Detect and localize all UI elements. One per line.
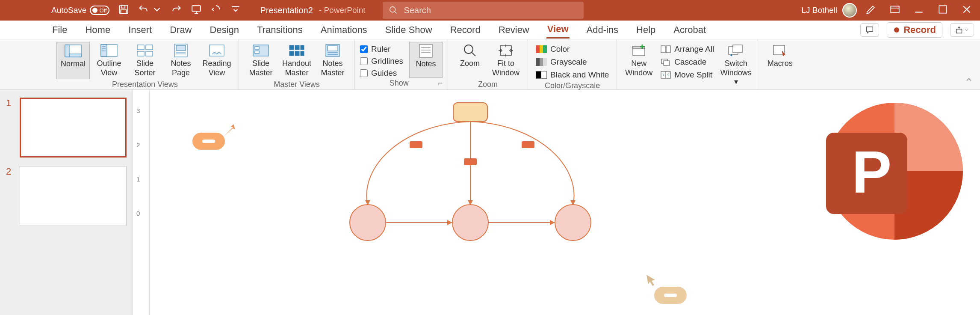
slide-thumbnails-panel: 1 2 [0,90,133,315]
zoom-button[interactable]: Zoom [453,42,487,79]
tab-transitions[interactable]: Transitions [256,22,304,38]
undo-icon[interactable] [138,4,149,17]
group-label-macros [763,78,797,89]
ruler-check-input[interactable] [360,45,368,53]
powerpoint-logo-icon: P [809,94,963,248]
thumbnail-2[interactable]: 2 [6,166,127,226]
ruler-checkbox[interactable]: Ruler [360,45,403,54]
undo-dropdown-icon[interactable] [151,4,162,17]
move-split-button[interactable]: Move Split [658,69,717,80]
thumbnail-preview[interactable] [20,166,127,226]
bw-button[interactable]: Black and White [533,69,611,80]
outline-view-button[interactable]: Outline View [92,42,126,79]
reading-view-button[interactable]: Reading View [200,42,233,79]
autosave-state: Off [99,7,106,14]
zoom-icon [461,44,478,57]
tab-slide-show[interactable]: Slide Show [384,22,433,38]
record-button[interactable]: Record [887,22,942,38]
tab-insert[interactable]: Insert [127,22,153,38]
arrange-all-button[interactable]: Arrange All [658,44,717,55]
group-presentation-views: Normal Outline View Slide Sorter Notes P… [51,39,239,89]
cascade-button[interactable]: Cascade [658,56,717,68]
group-label-presentation-views: Presentation Views [56,79,233,90]
qat-dropdown-icon[interactable] [230,4,241,17]
tab-record[interactable]: Record [449,22,481,38]
tab-addins[interactable]: Add-ins [586,22,620,38]
present-icon[interactable] [191,4,202,17]
notes-page-button[interactable]: Notes Page [164,42,198,79]
notes-master-button[interactable]: Notes Master [316,42,349,79]
maximize-icon[interactable] [937,4,948,17]
svg-point-51 [464,45,473,53]
switch-windows-icon [727,44,744,57]
move-split-label: Move Split [674,70,712,80]
gridlines-checkbox[interactable]: Gridlines [360,56,403,66]
avatar [842,3,857,18]
grayscale-button[interactable]: Grayscale [533,56,611,68]
svg-marker-81 [550,220,555,225]
normal-view-icon [65,44,82,58]
tab-view[interactable]: View [546,21,570,39]
tab-help[interactable]: Help [635,22,656,38]
tab-acrobat[interactable]: Acrobat [673,22,707,38]
ribbon-tabs: File Home Insert Draw Design Transitions… [0,21,980,39]
dialog-launcher-icon[interactable]: ⌐ [438,79,443,88]
close-icon[interactable] [961,4,972,17]
gridlines-check-input[interactable] [360,57,368,65]
slide-master-button[interactable]: Slide Master [244,42,277,79]
tab-home[interactable]: Home [84,22,111,38]
share-button[interactable] [950,23,974,37]
tab-draw[interactable]: Draw [169,22,192,38]
guides-checkbox[interactable]: Guides [360,68,403,78]
comment-icon [865,25,874,35]
svg-rect-73 [522,141,534,148]
search-box[interactable]: Search [383,2,584,19]
switch-windows-button[interactable]: Switch Windows ▾ [719,42,753,89]
collapse-ribbon-icon[interactable] [958,72,980,89]
handout-master-button[interactable]: Handout Master [280,42,313,79]
thumbnail-1[interactable]: 1 [6,98,127,158]
autosave-label: AutoSave [51,6,86,15]
minimize-icon[interactable] [913,4,924,17]
arrange-all-icon [661,45,671,53]
new-window-button[interactable]: New Window [622,42,655,89]
comments-button[interactable] [860,23,879,37]
switch-label: Switch Windows ▾ [720,59,752,87]
ribbon-options-icon[interactable] [889,4,900,17]
tab-file[interactable]: File [51,22,68,38]
group-label-show: Show ⌐ [360,78,443,89]
thumbnail-preview[interactable] [20,98,127,158]
save-icon[interactable] [118,4,129,17]
document-title: Presentation2 [260,6,313,15]
notes-button[interactable]: Notes [409,42,443,78]
svg-rect-38 [295,45,299,50]
fit-window-button[interactable]: Fit to Window [489,42,522,79]
share-icon [955,25,964,35]
tab-animations[interactable]: Animations [320,22,368,38]
svg-rect-47 [419,45,432,57]
svg-point-15 [894,27,899,33]
pen-icon[interactable] [865,4,877,17]
slide-sorter-button[interactable]: Slide Sorter [128,42,162,79]
autosave-toggle[interactable]: AutoSave Off [51,6,109,15]
annotation-pill [654,287,687,304]
svg-point-7 [390,7,395,12]
svg-rect-18 [65,45,69,57]
macros-button[interactable]: Macros [763,42,797,78]
slide-master-icon [252,44,269,57]
normal-view-button[interactable]: Normal [56,42,90,79]
tab-review[interactable]: Review [498,22,530,38]
more-icon[interactable] [210,4,221,17]
slide-master-label: Slide Master [245,59,277,77]
group-macros: Macros [758,39,802,89]
svg-rect-21 [101,45,107,56]
user-account[interactable]: LJ Bothell [802,3,857,18]
svg-point-76 [452,205,488,241]
color-button[interactable]: Color [533,44,611,55]
tab-design[interactable]: Design [209,22,240,38]
chevron-down-icon [964,27,969,33]
redo-icon[interactable] [171,4,182,17]
guides-check-input[interactable] [360,69,368,77]
thumbnail-number: 2 [6,166,15,226]
toggle-switch[interactable]: Off [90,6,109,15]
